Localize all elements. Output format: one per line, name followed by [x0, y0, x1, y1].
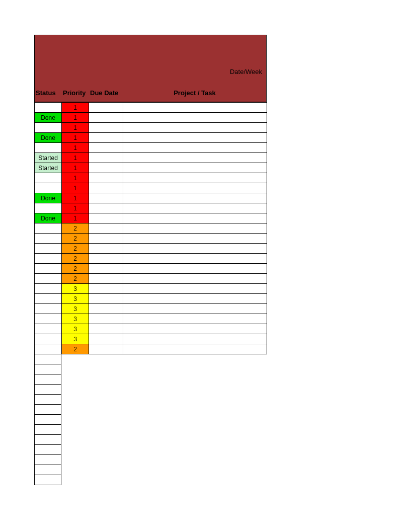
- status-cell[interactable]: Done: [35, 193, 62, 203]
- project-task-cell[interactable]: [123, 324, 267, 334]
- due-date-cell[interactable]: [89, 334, 123, 344]
- status-cell[interactable]: [35, 304, 62, 314]
- priority-cell[interactable]: 1: [62, 103, 89, 113]
- priority-cell[interactable]: 2: [62, 344, 89, 354]
- priority-cell[interactable]: 1: [62, 203, 89, 213]
- status-cell[interactable]: [35, 143, 62, 153]
- empty-cell[interactable]: [34, 405, 61, 415]
- priority-cell[interactable]: 3: [62, 334, 89, 344]
- empty-cell[interactable]: [34, 465, 61, 475]
- priority-cell[interactable]: 1: [62, 123, 89, 133]
- priority-cell[interactable]: 1: [62, 143, 89, 153]
- project-task-cell[interactable]: [123, 133, 267, 143]
- project-task-cell[interactable]: [123, 173, 267, 183]
- due-date-cell[interactable]: [89, 133, 123, 143]
- due-date-cell[interactable]: [89, 153, 123, 163]
- status-cell[interactable]: [35, 183, 62, 193]
- priority-cell[interactable]: 3: [62, 304, 89, 314]
- priority-cell[interactable]: 3: [62, 324, 89, 334]
- project-task-cell[interactable]: [123, 163, 267, 173]
- due-date-cell[interactable]: [89, 183, 123, 193]
- priority-cell[interactable]: 1: [62, 163, 89, 173]
- status-cell[interactable]: [35, 254, 62, 264]
- due-date-cell[interactable]: [89, 244, 123, 254]
- priority-cell[interactable]: 1: [62, 113, 89, 123]
- project-task-cell[interactable]: [123, 254, 267, 264]
- due-date-cell[interactable]: [89, 264, 123, 274]
- empty-cell[interactable]: [34, 455, 61, 465]
- due-date-cell[interactable]: [89, 193, 123, 203]
- project-task-cell[interactable]: [123, 234, 267, 244]
- due-date-cell[interactable]: [89, 314, 123, 324]
- project-task-cell[interactable]: [123, 223, 267, 234]
- project-task-cell[interactable]: [123, 193, 267, 203]
- empty-cell[interactable]: [34, 364, 61, 374]
- status-cell[interactable]: [35, 173, 62, 183]
- priority-cell[interactable]: 2: [62, 223, 89, 234]
- priority-cell[interactable]: 1: [62, 213, 89, 223]
- project-task-cell[interactable]: [123, 143, 267, 153]
- project-task-cell[interactable]: [123, 304, 267, 314]
- due-date-cell[interactable]: [89, 213, 123, 223]
- project-task-cell[interactable]: [123, 334, 267, 344]
- priority-cell[interactable]: 1: [62, 193, 89, 203]
- empty-cell[interactable]: [34, 395, 61, 405]
- status-cell[interactable]: Started: [35, 163, 62, 173]
- project-task-cell[interactable]: [123, 213, 267, 223]
- due-date-cell[interactable]: [89, 223, 123, 234]
- priority-cell[interactable]: 2: [62, 274, 89, 284]
- priority-cell[interactable]: 1: [62, 173, 89, 183]
- project-task-cell[interactable]: [123, 113, 267, 123]
- status-cell[interactable]: [35, 203, 62, 213]
- due-date-cell[interactable]: [89, 103, 123, 113]
- status-cell[interactable]: [35, 294, 62, 304]
- project-task-cell[interactable]: [123, 284, 267, 294]
- empty-cell[interactable]: [34, 385, 61, 395]
- project-task-cell[interactable]: [123, 103, 267, 113]
- priority-cell[interactable]: 2: [62, 254, 89, 264]
- empty-cell[interactable]: [34, 415, 61, 425]
- status-cell[interactable]: [35, 274, 62, 284]
- due-date-cell[interactable]: [89, 173, 123, 183]
- project-task-cell[interactable]: [123, 314, 267, 324]
- project-task-cell[interactable]: [123, 274, 267, 284]
- due-date-cell[interactable]: [89, 324, 123, 334]
- status-cell[interactable]: Done: [35, 133, 62, 143]
- empty-cell[interactable]: [34, 374, 61, 385]
- due-date-cell[interactable]: [89, 123, 123, 133]
- project-task-cell[interactable]: [123, 344, 267, 354]
- project-task-cell[interactable]: [123, 203, 267, 213]
- project-task-cell[interactable]: [123, 244, 267, 254]
- empty-cell[interactable]: [34, 445, 61, 455]
- due-date-cell[interactable]: [89, 274, 123, 284]
- priority-cell[interactable]: 3: [62, 314, 89, 324]
- status-cell[interactable]: [35, 103, 62, 113]
- status-cell[interactable]: [35, 264, 62, 274]
- empty-cell[interactable]: [34, 425, 61, 435]
- empty-cell[interactable]: [34, 354, 61, 364]
- status-cell[interactable]: [35, 223, 62, 234]
- due-date-cell[interactable]: [89, 163, 123, 173]
- due-date-cell[interactable]: [89, 143, 123, 153]
- empty-cell[interactable]: [34, 475, 61, 485]
- project-task-cell[interactable]: [123, 153, 267, 163]
- due-date-cell[interactable]: [89, 234, 123, 244]
- status-cell[interactable]: Started: [35, 153, 62, 163]
- priority-cell[interactable]: 1: [62, 153, 89, 163]
- priority-cell[interactable]: 1: [62, 183, 89, 193]
- status-cell[interactable]: Done: [35, 213, 62, 223]
- priority-cell[interactable]: 2: [62, 244, 89, 254]
- status-cell[interactable]: [35, 244, 62, 254]
- status-cell[interactable]: [35, 123, 62, 133]
- status-cell[interactable]: [35, 234, 62, 244]
- status-cell[interactable]: [35, 284, 62, 294]
- priority-cell[interactable]: 1: [62, 133, 89, 143]
- empty-cell[interactable]: [34, 435, 61, 445]
- due-date-cell[interactable]: [89, 294, 123, 304]
- project-task-cell[interactable]: [123, 123, 267, 133]
- due-date-cell[interactable]: [89, 284, 123, 294]
- status-cell[interactable]: [35, 314, 62, 324]
- priority-cell[interactable]: 3: [62, 284, 89, 294]
- status-cell[interactable]: [35, 324, 62, 334]
- status-cell[interactable]: [35, 344, 62, 354]
